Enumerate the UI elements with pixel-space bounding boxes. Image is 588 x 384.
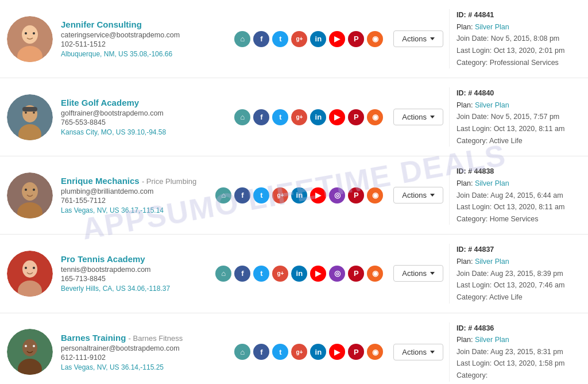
social-icon-yt[interactable]: ▶	[310, 187, 326, 203]
svg-point-4	[33, 32, 35, 34]
actions-button[interactable]: Actions	[393, 109, 443, 125]
location[interactable]: Albuquerque, NM, US 35.08,-106.66	[61, 50, 224, 58]
social-icon-fb[interactable]: f	[234, 266, 250, 282]
meta-section: ID: # 44837 Plan: Silver Plan Join Date:…	[449, 244, 581, 303]
meta-last-login: Last Login: Oct 13, 2020, 8:11 am	[457, 123, 581, 135]
business-name[interactable]: Pro Tennis Academy	[61, 254, 205, 264]
location[interactable]: Beverly Hills, CA, US 34.06,-118.37	[61, 285, 205, 293]
social-icon-yt[interactable]: ▶	[329, 31, 345, 47]
svg-point-1	[22, 25, 38, 44]
social-icon-fb[interactable]: f	[253, 344, 269, 360]
svg-point-24	[25, 345, 27, 347]
avatar	[7, 94, 53, 140]
meta-join: Join Date: Aug 23, 2015, 8:31 pm	[457, 346, 581, 358]
location[interactable]: Las Vegas, NV, US 36.14,-115.25	[61, 363, 224, 371]
svg-point-20	[33, 267, 35, 269]
social-icon-pin[interactable]: P	[348, 266, 364, 282]
actions-button[interactable]: Actions	[393, 265, 443, 282]
contact-phone: 165-713-8845	[61, 275, 205, 283]
social-icon-tw[interactable]: t	[253, 187, 269, 203]
social-icon-tw[interactable]: t	[272, 31, 288, 47]
avatar	[7, 251, 53, 297]
listings-container: Jennifer Consultingcateringservice@boots…	[0, 0, 588, 384]
actions-button[interactable]: Actions	[393, 187, 443, 203]
social-icon-pin[interactable]: P	[348, 31, 364, 47]
location[interactable]: Kansas City, MO, US 39.10,-94.58	[61, 128, 224, 136]
svg-point-3	[25, 32, 27, 34]
social-icon-li[interactable]: in	[291, 187, 307, 203]
listing-row: Jennifer Consultingcateringservice@boots…	[0, 0, 588, 78]
social-icon-yt[interactable]: ▶	[329, 344, 345, 360]
location[interactable]: Las Vegas, NV, US 36.17,-115.14	[61, 206, 205, 214]
meta-category: Category: Home Services	[457, 213, 581, 225]
business-name[interactable]: Enrique Mechanics - Price Plumbing	[61, 176, 205, 186]
avatar	[7, 329, 53, 375]
social-icon-li[interactable]: in	[310, 344, 326, 360]
listing-row: Barnes Training - Barnes Fitnesspersonal…	[0, 313, 588, 385]
social-icon-yt[interactable]: ▶	[329, 109, 345, 125]
social-icon-fb[interactable]: f	[253, 109, 269, 125]
social-icon-li[interactable]: in	[291, 266, 307, 282]
social-icon-ig[interactable]: ◎	[329, 187, 345, 203]
meta-plan: Plan: Silver Plan	[457, 178, 581, 190]
social-icon-tw[interactable]: t	[272, 344, 288, 360]
social-icon-home[interactable]: ⌂	[215, 187, 231, 203]
social-icon-gplus[interactable]: g+	[291, 344, 307, 360]
contact-email: tennis@bootstrapdemo.com	[61, 266, 205, 274]
social-icon-tw[interactable]: t	[272, 109, 288, 125]
meta-plan: Plan: Silver Plan	[457, 99, 581, 112]
meta-category: Category:	[457, 370, 581, 382]
actions-button[interactable]: Actions	[393, 30, 443, 47]
social-icon-rss[interactable]: ◉	[367, 187, 383, 203]
social-icon-gplus[interactable]: g+	[272, 266, 288, 282]
business-name[interactable]: Barnes Training - Barnes Fitness	[61, 333, 224, 343]
actions-button[interactable]: Actions	[393, 344, 443, 360]
social-icon-fb[interactable]: f	[253, 31, 269, 47]
meta-section: ID: # 44838 Plan: Silver Plan Join Date:…	[449, 166, 581, 225]
social-icon-ig[interactable]: ◎	[329, 266, 345, 282]
svg-point-10	[33, 112, 35, 114]
contact-phone: 612-111-9102	[61, 354, 224, 362]
meta-plan: Plan: Silver Plan	[457, 256, 581, 268]
social-icon-rss[interactable]: ◉	[367, 266, 383, 282]
social-icon-li[interactable]: in	[310, 109, 326, 125]
svg-point-12	[22, 182, 38, 201]
social-icon-rss[interactable]: ◉	[367, 109, 383, 125]
social-icon-yt[interactable]: ▶	[310, 266, 326, 282]
business-info: Enrique Mechanics - Price Plumbingplumbi…	[61, 176, 205, 214]
listing-row: Elite Golf Academygolftrainer@bootstrapd…	[0, 78, 588, 156]
svg-point-22	[22, 339, 37, 356]
social-icon-li[interactable]: in	[310, 31, 326, 47]
social-icon-home[interactable]: ⌂	[215, 266, 231, 282]
social-icon-home[interactable]: ⌂	[234, 31, 250, 47]
social-icon-pin[interactable]: P	[348, 187, 364, 203]
meta-id: ID: # 44836	[457, 322, 581, 335]
social-icon-gplus[interactable]: g+	[291, 31, 307, 47]
social-icon-home[interactable]: ⌂	[234, 344, 250, 360]
social-icons: ⌂ftg+in▶◎P◉	[215, 187, 383, 203]
social-icon-home[interactable]: ⌂	[234, 109, 250, 125]
social-icon-tw[interactable]: t	[253, 266, 269, 282]
business-name[interactable]: Jennifer Consulting	[61, 20, 224, 29]
social-icon-pin[interactable]: P	[348, 109, 364, 125]
social-icon-rss[interactable]: ◉	[367, 344, 383, 360]
social-icon-gplus[interactable]: g+	[272, 187, 288, 203]
contact-email: personaltrainer@bootstrapdemo.com	[61, 344, 224, 352]
listing-row: Enrique Mechanics - Price Plumbingplumbi…	[0, 156, 588, 235]
contact-email: golftrainer@bootstrapdemo.com	[61, 109, 224, 117]
business-name[interactable]: Elite Golf Academy	[61, 98, 224, 107]
social-icon-rss[interactable]: ◉	[367, 31, 383, 47]
social-icons: ⌂ftg+in▶P◉	[234, 31, 383, 47]
avatar	[7, 172, 53, 218]
svg-point-9	[25, 112, 27, 114]
meta-section: ID: # 44840 Plan: Silver Plan Join Date:…	[449, 87, 581, 147]
meta-plan: Plan: Silver Plan	[457, 334, 581, 346]
listing-row: Pro Tennis Academytennis@bootstrapdemo.c…	[0, 235, 588, 313]
business-info: Elite Golf Academygolftrainer@bootstrapd…	[61, 98, 224, 136]
social-icon-fb[interactable]: f	[234, 187, 250, 203]
social-icon-pin[interactable]: P	[348, 344, 364, 360]
social-icon-gplus[interactable]: g+	[291, 109, 307, 125]
meta-category: Category: Professional Services	[457, 57, 581, 69]
meta-last-login: Last Login: Oct 13, 2020, 2:01 pm	[457, 45, 581, 57]
avatar	[7, 16, 53, 62]
